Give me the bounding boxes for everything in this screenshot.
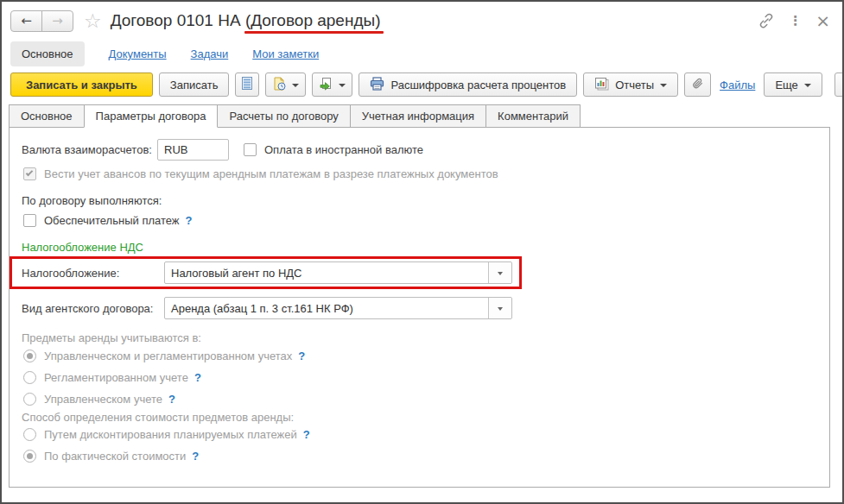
- printer-icon: [370, 77, 384, 93]
- cost-option-label: Путем дисконтирования планируемых платеж…: [44, 428, 297, 441]
- create-based-on-button[interactable]: [265, 72, 306, 97]
- currency-input[interactable]: [157, 139, 229, 161]
- history-nav: ← →: [10, 10, 73, 32]
- page-title-main: Договор 0101 НА: [111, 11, 245, 30]
- red-underline-annotation: [244, 31, 384, 34]
- performed-section-label: По договору выполняются:: [22, 194, 817, 207]
- files-link[interactable]: Файлы: [720, 79, 755, 91]
- cost-option-help-icon[interactable]: ?: [303, 428, 310, 441]
- radio-dot-icon: [27, 453, 33, 459]
- lease-option-label: Управленческом и регламентированном учет…: [44, 350, 292, 362]
- cost-option-radio: [23, 428, 36, 441]
- contract-parameters-panel: Валюта взаиморасчетов: Оплата в иностран…: [9, 127, 830, 488]
- tab-comment[interactable]: Комментарий: [485, 104, 581, 128]
- kebab-menu-icon[interactable]: ⋮: [789, 13, 802, 28]
- page-title: Договор 0101 НА (Договор аренды): [111, 11, 381, 30]
- dropdown-caret-icon: [804, 84, 811, 87]
- security-payment-help-icon[interactable]: ?: [186, 214, 193, 227]
- lease-option-label: Управленческом учете: [44, 393, 162, 406]
- copy-link-icon[interactable]: [758, 12, 775, 29]
- foreign-currency-label: Оплата в иностранной валюте: [264, 143, 423, 156]
- currency-label: Валюта взаиморасчетов:: [22, 143, 157, 156]
- lease-option-help-icon[interactable]: ?: [168, 393, 175, 406]
- reports-button[interactable]: Отчеты: [583, 72, 678, 97]
- forward-arrow-icon: →: [52, 13, 63, 28]
- checkmark-icon: [26, 169, 33, 176]
- back-arrow-icon: ←: [21, 13, 32, 28]
- agent-contract-value: Аренда (абзац 1 п. 3 ст.161 НК РФ): [165, 298, 488, 318]
- lease-option-row: Управленческом учете ?: [23, 393, 817, 406]
- interest-breakdown-label: Расшифровка расчета процентов: [390, 79, 566, 91]
- dropdown-caret-icon: [498, 307, 503, 311]
- dropdown-caret-icon: [339, 84, 346, 87]
- attachments-button[interactable]: [684, 72, 711, 97]
- nav-item-notes[interactable]: Мои заметки: [252, 47, 319, 60]
- bar-chart-icon: [594, 77, 609, 93]
- favorite-star-icon[interactable]: ☆: [84, 11, 102, 31]
- more-label: Еще: [775, 79, 797, 91]
- send-document-button[interactable]: [312, 72, 352, 97]
- help-button[interactable]: ?: [834, 72, 844, 97]
- app-window: ← → ☆ Договор 0101 НА (Договор аренды) ⋮…: [0, 0, 844, 504]
- tab-accounting-info[interactable]: Учетная информация: [350, 104, 486, 128]
- lease-option-radio: [23, 393, 36, 406]
- security-payment-label: Обеспечительный платеж: [44, 214, 180, 227]
- document-green-arrow-icon: [319, 77, 333, 93]
- dropdown-caret-icon: [292, 84, 299, 87]
- forward-button[interactable]: →: [41, 10, 73, 32]
- nav-tabs: Основное Документы Задачи Мои заметки: [2, 38, 842, 70]
- toolbar: Записать и закрыть Записать: [2, 70, 842, 103]
- taxation-dropdown-button[interactable]: [488, 262, 511, 283]
- advances-checkbox-row: Вести учет авансов по текущим арендным п…: [23, 167, 817, 180]
- document-clock-icon: [272, 77, 286, 93]
- taxation-label: Налогообложение:: [22, 267, 157, 280]
- agent-contract-dropdown-button[interactable]: [488, 298, 511, 318]
- lease-option-radio-selected: [23, 350, 36, 362]
- taxation-value: Налоговый агент по НДС: [165, 262, 488, 283]
- register-records-button[interactable]: [235, 72, 259, 97]
- nav-item-main[interactable]: Основное: [10, 41, 85, 66]
- close-icon[interactable]: ×: [815, 10, 830, 31]
- advances-label: Вести учет авансов по текущим арендным п…: [44, 167, 498, 180]
- interest-breakdown-button[interactable]: Расшифровка расчета процентов: [359, 72, 577, 97]
- titlebar: ← → ☆ Договор 0101 НА (Договор аренды) ⋮…: [2, 2, 842, 38]
- nav-item-tasks[interactable]: Задачи: [191, 47, 229, 60]
- foreign-currency-checkbox[interactable]: [244, 143, 257, 156]
- lease-option-help-icon[interactable]: ?: [194, 371, 201, 384]
- advances-checkbox: [23, 167, 36, 180]
- tab-main[interactable]: Основное: [9, 104, 85, 128]
- foreign-currency-checkbox-row: Оплата в иностранной валюте: [244, 143, 423, 156]
- cost-option-label: По фактической стоимости: [44, 450, 186, 463]
- dropdown-caret-icon: [660, 84, 667, 87]
- radio-dot-icon: [27, 353, 33, 359]
- security-payment-row: Обеспечительный платеж ?: [23, 214, 817, 227]
- taxation-combobox[interactable]: Налоговый агент по НДС: [164, 261, 512, 284]
- lease-option-row: Управленческом и регламентированном учет…: [23, 350, 817, 362]
- cost-section-label: Способ определения стоимости предметов а…: [22, 411, 817, 424]
- cost-option-radio-selected: [23, 450, 36, 463]
- vat-section-header[interactable]: Налогообложение НДС: [22, 241, 817, 254]
- agent-contract-row: Вид агентского договора: Аренда (абзац 1…: [22, 297, 817, 319]
- back-button[interactable]: ←: [10, 10, 42, 32]
- form-tabstrip: Основное Параметры договора Расчеты по д…: [9, 104, 830, 127]
- paperclip-icon: [691, 77, 704, 93]
- tab-contract-parameters[interactable]: Параметры договора: [84, 104, 219, 128]
- tab-contract-settlements[interactable]: Расчеты по договору: [217, 104, 350, 128]
- page-title-highlighted: (Договор аренды): [245, 11, 381, 30]
- more-button[interactable]: Еще: [764, 72, 822, 97]
- reports-label: Отчеты: [615, 79, 654, 91]
- lease-option-help-icon[interactable]: ?: [298, 350, 305, 362]
- security-payment-checkbox[interactable]: [23, 214, 36, 227]
- cost-option-help-icon[interactable]: ?: [192, 450, 199, 463]
- cost-option-row: Путем дисконтирования планируемых платеж…: [23, 428, 817, 441]
- save-and-close-button[interactable]: Записать и закрыть: [10, 72, 153, 97]
- nav-item-documents[interactable]: Документы: [109, 47, 167, 60]
- dropdown-caret-icon: [498, 272, 503, 275]
- cost-option-row: По фактической стоимости ?: [23, 450, 817, 463]
- lease-option-radio: [23, 371, 36, 384]
- lease-section-label: Предметы аренды учитываются в:: [22, 331, 817, 344]
- lease-option-row: Регламентированном учете ?: [23, 371, 817, 384]
- save-button[interactable]: Записать: [159, 72, 230, 97]
- currency-row: Валюта взаиморасчетов: Оплата в иностран…: [22, 139, 817, 161]
- agent-contract-combobox[interactable]: Аренда (абзац 1 п. 3 ст.161 НК РФ): [164, 297, 512, 319]
